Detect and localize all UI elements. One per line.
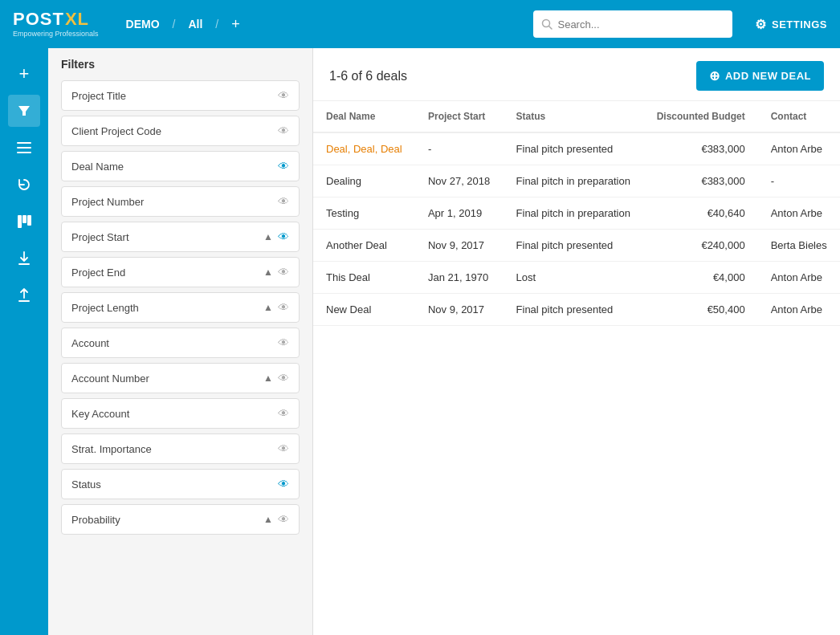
cell-deal-name[interactable]: Another Deal: [313, 230, 415, 262]
eye-icon[interactable]: 👁: [278, 442, 289, 455]
svg-rect-5: [17, 152, 31, 153]
sidebar-add-button[interactable]: +: [8, 58, 40, 90]
icon-bar: +: [0, 48, 48, 635]
eye-icon[interactable]: 👁: [278, 478, 289, 490]
cell-deal-name[interactable]: New Deal: [313, 294, 415, 326]
settings-button[interactable]: ⚙ SETTINGS: [755, 17, 827, 32]
settings-label: SETTINGS: [772, 18, 827, 31]
filter-deal-name[interactable]: Deal Name 👁: [61, 151, 300, 181]
plus-circle-icon: ⊕: [709, 68, 720, 83]
filter-label: Account: [71, 337, 109, 349]
logo-post: POST: [13, 10, 64, 28]
filter-account-number[interactable]: Account Number ▲ 👁: [61, 363, 300, 393]
nav-all[interactable]: All: [188, 18, 202, 31]
top-nav: POST XL Empowering Professionals DEMO / …: [0, 0, 840, 48]
filter-label: Project Number: [71, 196, 144, 208]
eye-icon[interactable]: 👁: [278, 160, 289, 173]
add-deal-label: ADD NEW DEAL: [725, 70, 811, 82]
cell-deal-name[interactable]: Dealing: [313, 165, 415, 197]
cell-deal-name[interactable]: This Deal: [313, 262, 415, 294]
filter-probability[interactable]: Probability ▲ 👁: [61, 504, 300, 535]
cell-budget: €383,000: [643, 165, 757, 197]
download-icon: [18, 251, 31, 266]
filter-project-length[interactable]: Project Length ▲ 👁: [61, 292, 300, 323]
filter-project-end[interactable]: Project End ▲ 👁: [61, 257, 300, 287]
add-deal-button[interactable]: ⊕ ADD NEW DEAL: [696, 61, 824, 91]
cell-project-start: Nov 9, 2017: [415, 294, 504, 326]
sidebar-upload-button[interactable]: [8, 279, 40, 311]
filter-project-title[interactable]: Project Title 👁: [61, 80, 300, 111]
eye-icon[interactable]: 👁: [278, 124, 289, 137]
svg-rect-3: [17, 142, 31, 144]
cell-status: Final pitch presented: [504, 132, 644, 165]
nav-plus-button[interactable]: +: [231, 16, 240, 33]
nav-separator2: /: [215, 18, 218, 31]
table-row: Testing Apr 1, 2019 Final pitch in prepa…: [313, 197, 840, 230]
logo: POST XL Empowering Professionals: [13, 10, 99, 38]
eye-icon[interactable]: 👁: [278, 89, 289, 102]
cell-deal-name[interactable]: Testing: [313, 197, 415, 230]
filter-project-number[interactable]: Project Number 👁: [61, 186, 300, 217]
sidebar-kanban-button[interactable]: [8, 206, 40, 238]
cell-project-start: Nov 27, 2018: [415, 165, 504, 197]
filter-account[interactable]: Account 👁: [61, 328, 300, 358]
eye-icon[interactable]: 👁: [278, 195, 289, 208]
filter-label: Project Title: [71, 90, 126, 102]
cell-status: Lost: [504, 262, 644, 294]
list-icon: [17, 142, 31, 153]
cell-project-start: Apr 1, 2019: [415, 197, 504, 230]
filter-icon: [17, 104, 31, 118]
filter-label: Project End: [71, 267, 125, 279]
eye-icon[interactable]: 👁: [278, 513, 289, 526]
filter-icons: ▲ 👁: [263, 513, 289, 526]
eye-icon[interactable]: 👁: [278, 230, 289, 243]
filter-client-project-code[interactable]: Client Project Code 👁: [61, 116, 300, 146]
filter-key-account[interactable]: Key Account 👁: [61, 398, 300, 429]
chevron-up-icon: ▲: [263, 372, 273, 384]
cell-budget: €383,000: [643, 132, 757, 165]
content-area: 1-6 of 6 deals ⊕ ADD NEW DEAL Deal Name …: [313, 48, 840, 635]
gear-icon: ⚙: [755, 17, 767, 32]
logo-xl: XL: [65, 10, 89, 28]
eye-icon[interactable]: 👁: [278, 301, 289, 314]
table-row: New Deal Nov 9, 2017 Final pitch present…: [313, 294, 840, 326]
filters-panel: Filters Project Title 👁 Client Project C…: [48, 48, 313, 635]
nav-demo[interactable]: DEMO: [126, 18, 160, 31]
cell-deal-name[interactable]: Deal, Deal, Deal: [313, 132, 415, 165]
logo-tagline: Empowering Professionals: [13, 30, 99, 38]
eye-icon[interactable]: 👁: [278, 266, 289, 279]
deal-name-link[interactable]: Deal, Deal, Deal: [326, 143, 402, 155]
filter-icons: ▲ 👁: [263, 230, 289, 243]
svg-rect-4: [17, 147, 31, 149]
filter-label: Project Start: [71, 231, 129, 243]
filter-project-start[interactable]: Project Start ▲ 👁: [61, 222, 300, 252]
col-status: Status: [504, 101, 644, 132]
eye-icon[interactable]: 👁: [278, 407, 289, 420]
svg-line-1: [549, 26, 553, 30]
filter-strat-importance[interactable]: Strat. Importance 👁: [61, 434, 300, 464]
search-input[interactable]: [557, 18, 724, 31]
cell-budget: €4,000: [643, 262, 757, 294]
chevron-up-icon: ▲: [263, 302, 273, 313]
eye-icon[interactable]: 👁: [278, 372, 289, 385]
col-deal-name: Deal Name: [313, 101, 415, 132]
svg-rect-9: [18, 263, 30, 265]
deals-count: 1-6 of 6 deals: [329, 69, 407, 83]
filter-icons: 👁: [278, 124, 289, 137]
search-box: [533, 10, 732, 38]
cell-status: Final pitch presented: [504, 294, 644, 326]
table-header: Deal Name Project Start Status Discounte…: [313, 101, 840, 132]
sidebar-history-button[interactable]: [8, 169, 40, 201]
svg-marker-2: [18, 106, 30, 116]
chevron-up-icon: ▲: [263, 514, 273, 525]
sidebar-download-button[interactable]: [8, 242, 40, 275]
sidebar-list-button[interactable]: [8, 132, 40, 164]
filter-icons: 👁: [278, 336, 289, 349]
filter-icons: ▲ 👁: [263, 266, 289, 279]
cell-contact: Anton Arbe: [758, 262, 840, 294]
eye-icon[interactable]: 👁: [278, 336, 289, 349]
sidebar-filter-button[interactable]: [8, 95, 40, 127]
filter-icons: 👁: [278, 160, 289, 173]
cell-contact: Anton Arbe: [758, 197, 840, 230]
filter-status[interactable]: Status 👁: [61, 469, 300, 499]
